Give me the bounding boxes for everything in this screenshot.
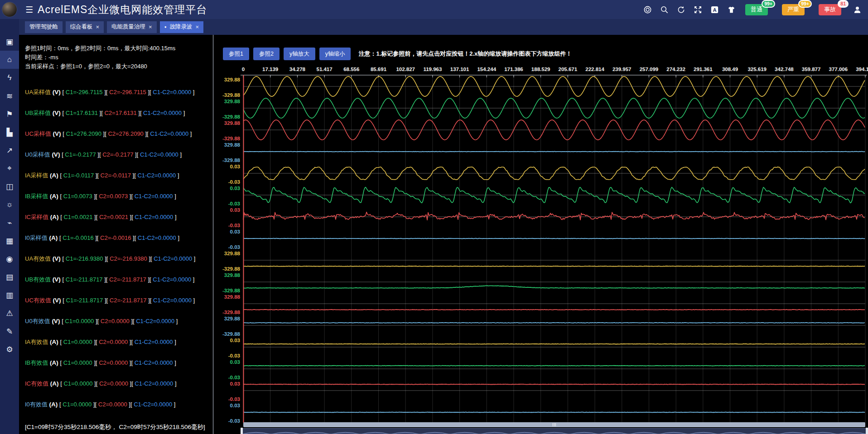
c2-value: C2=-0.0016 [100, 234, 131, 241]
sidebar-item-alarm-light[interactable]: ⚠ [0, 304, 19, 322]
sidebar-item-archive[interactable]: ▥ [0, 286, 19, 304]
bracket: ][ [92, 339, 99, 345]
diff-value: C1-C2=0.0000 [136, 318, 174, 324]
y-max-label: 329.88 [224, 294, 241, 300]
navigator-wave-preview [241, 430, 868, 434]
c2-value: C2=0.0000 [101, 318, 130, 324]
sidebar-item-home[interactable]: ⌂ [0, 51, 19, 69]
sidebar-item-system-settings[interactable]: ⚙ [0, 340, 19, 358]
alarm-normal-button[interactable]: 普通 99+ [745, 4, 768, 15]
x-tick-label: 342.748 [775, 67, 794, 72]
alarm-accident-button[interactable]: 事故 81 [819, 4, 841, 15]
fault-wave-recording-page: { "header": { "title": "AcrelEMS企业微电网能效管… [0, 0, 868, 434]
sidebar-item-report-form[interactable]: ▤ [0, 268, 19, 286]
refresh-icon[interactable] [676, 5, 685, 14]
sidebar-item-power-monitor[interactable]: ϟ [0, 69, 19, 87]
reference2-button[interactable]: 参照2 [253, 48, 280, 60]
x-tick-label: 274.232 [666, 67, 685, 72]
language-translate-icon[interactable]: A [710, 5, 719, 14]
unit-label: (A) [48, 339, 60, 345]
waveform-plot[interactable]: 017.13934.27851.41768.55685.691102.82711… [213, 63, 868, 423]
bracket: ][ [94, 172, 100, 179]
waveform-U0采样值 [243, 152, 865, 152]
fullscreen-icon[interactable] [693, 5, 702, 14]
tab-管理驾驶舱[interactable]: 管理驾驶舱 [25, 21, 63, 33]
alarm-severe-button[interactable]: 严重 99+ [782, 4, 805, 15]
bracket: ][ [92, 401, 98, 408]
bracket: ] [174, 318, 178, 324]
navigator-left-handle[interactable] [241, 428, 243, 434]
y-min-label: -0.03 [228, 201, 240, 206]
bracket: ][ [103, 297, 109, 304]
bracket: ] [178, 151, 182, 158]
sidebar-item-ev-charging[interactable]: ⌁ [0, 214, 19, 232]
measurement-row-UA有效值: UA有效值 (V) [ C1=-216.9380 ][ C2=-216.9380… [25, 255, 195, 263]
unit-label: (A) [48, 234, 59, 241]
diff-value: C1-C2=0.0000 [153, 276, 191, 283]
tab-电能质量治理[interactable]: 电能质量治理× [107, 21, 157, 33]
user-avatar[interactable] [2, 2, 17, 17]
scrollbar-grip[interactable] [554, 423, 555, 426]
pv-solar-icon: ▦ [6, 236, 13, 246]
search-icon[interactable] [660, 5, 669, 14]
measurement-row-IC采样值: IC采样值 (A) [ C1=0.0021 ][ C2=0.0021 ][ C1… [25, 213, 177, 221]
x-axis-scrollbar[interactable] [243, 422, 865, 427]
tab-故障录波[interactable]: ●故障录波× [160, 21, 203, 33]
bracket: ][ [147, 297, 153, 304]
sidebar-item-energy-saving[interactable]: ☼ [0, 196, 19, 214]
x-tick-label: 394.135 [856, 67, 868, 72]
x-tick-label: 239.957 [612, 67, 632, 72]
sidebar-item-map-search[interactable]: ⌖ [0, 159, 19, 177]
channel-label: U0有效值 [25, 318, 50, 324]
c2-value: C2=-0.2177 [102, 151, 133, 158]
alarm-icon: ⚑ [6, 110, 13, 119]
tab-close-icon[interactable]: × [149, 24, 152, 30]
monitor-screen-icon: ◫ [6, 182, 13, 191]
tab-close-icon[interactable]: × [96, 24, 100, 30]
unit-label: (A) [48, 172, 60, 179]
x-tick-label: 51.417 [316, 67, 332, 72]
y-max-label: 0.03 [230, 381, 240, 386]
sidebar-item-trend-analysis[interactable]: ↗ [0, 141, 19, 159]
c2-value: C2=0.0021 [99, 214, 128, 220]
menu-toggle-icon[interactable]: ☰ [25, 5, 33, 15]
load-curve-icon: ≋ [6, 91, 13, 101]
c2-value: C2=-0.0117 [101, 172, 131, 179]
sidebar-item-load-curve[interactable]: ≋ [0, 87, 19, 105]
x-tick-label: 377.006 [829, 67, 848, 72]
sidebar-item-pv-solar[interactable]: ▦ [0, 232, 19, 250]
x-tick-label: 0 [242, 67, 245, 72]
yaxis-zoom-out-button[interactable]: y轴缩小 [319, 48, 351, 60]
sidebar-item-video-camera[interactable]: ◉ [0, 250, 19, 268]
measurement-row-UA采样值: UA采样值 (V) [ C1=-296.7115 ][ C2=-296.7115… [25, 88, 194, 96]
user-profile-icon[interactable] [853, 5, 862, 14]
sidebar-item-alarm[interactable]: ⚑ [0, 105, 19, 123]
tab-综合看板[interactable]: 综合看板× [66, 21, 104, 33]
sidebar-item-dashboard[interactable]: ▣ [0, 33, 19, 51]
bracket: ][ [131, 234, 137, 241]
sidebar-item-bar-statistics[interactable]: ▙ [0, 123, 19, 141]
tab-label: 管理驾驶舱 [29, 23, 58, 31]
bracket: ] [182, 110, 185, 116]
channel-label: IB有效值 [25, 359, 48, 366]
navigator-wave-path [241, 432, 868, 434]
x-tick-label: 34.278 [289, 67, 306, 72]
measurement-row-IB有效值: IB有效值 (A) [ C1=0.0000 ][ C2=0.0000 ][ C1… [25, 359, 176, 367]
tab-close-icon[interactable]: × [196, 24, 199, 30]
channel-label: IB采样值 [25, 193, 48, 200]
x-axis-zoom-navigator[interactable] [241, 428, 868, 434]
help-target-icon[interactable] [643, 5, 652, 14]
yaxis-zoom-in-button[interactable]: y轴放大 [284, 48, 315, 60]
bracket: ] [173, 359, 176, 366]
reference1-button[interactable]: 参照1 [223, 48, 249, 60]
sidebar-item-operation-log[interactable]: ✎ [0, 322, 19, 340]
bracket: ][ [128, 214, 135, 220]
c1-value: C1=0.0000 [63, 401, 92, 408]
sidebar-item-monitor-screen[interactable]: ◫ [0, 177, 19, 196]
navigator-right-handle[interactable] [866, 428, 868, 434]
waveform-I0采样值 [243, 238, 865, 239]
diff-value: C1-C2=0.0000 [135, 193, 173, 200]
unit-label: (A) [48, 214, 60, 220]
theme-skin-icon[interactable] [727, 5, 736, 14]
x-tick-label: 154.244 [477, 67, 496, 72]
